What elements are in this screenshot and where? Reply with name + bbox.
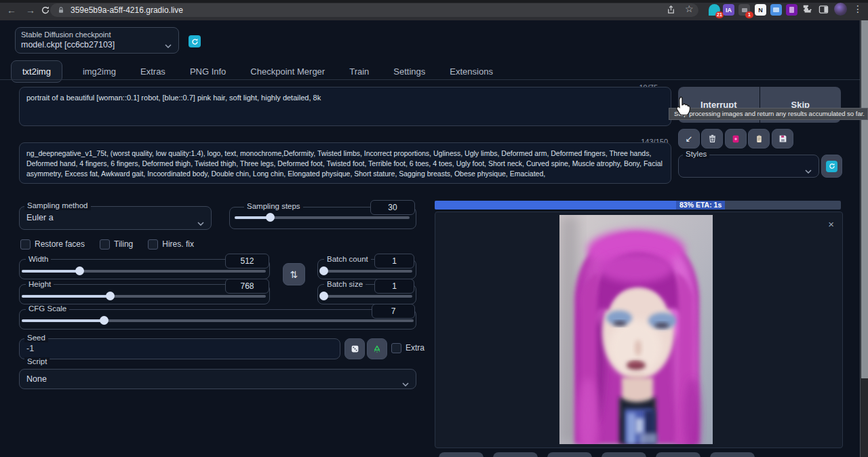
url-text: 359e5b9a-a5ff-4216.gradio.live [71,5,183,15]
extension-image-icon[interactable] [770,4,782,16]
chevron-down-icon [805,164,812,176]
extension-ia-icon[interactable]: IA [723,4,734,16]
seed-input[interactable]: -1 [19,338,340,359]
image-action-button[interactable] [601,452,646,457]
hires-fix-label: Hires. fix [162,239,194,250]
width-label: Width [26,255,51,264]
profile-avatar[interactable] [834,3,847,16]
chevron-down-icon [165,39,172,51]
scrollbar-track[interactable] [860,20,868,457]
reuse-seed-button[interactable] [367,338,387,359]
browser-menu-icon[interactable]: ⋮ [853,3,863,14]
trash-icon [708,134,717,143]
sampling-steps-label: Sampling steps [244,202,303,211]
options-row: Restore faces Tiling Hires. fix [20,239,194,250]
slider-handle[interactable] [319,266,328,275]
dice-icon [351,344,359,353]
slider-handle[interactable] [319,292,328,300]
negative-prompt-input[interactable]: ng_deepnegative_v1_75t, (worst quality, … [19,142,671,184]
swap-arrows-icon: ⇅ [290,269,298,280]
batch-size-slider[interactable] [320,295,412,298]
extension-notion-icon[interactable]: N [755,4,766,16]
script-value: None [26,374,47,384]
save-style-button[interactable] [772,129,793,148]
lock-icon [57,6,65,14]
cfg-scale-input[interactable]: 7 [372,304,415,319]
slider-handle[interactable] [106,292,115,300]
extension-pin-icon[interactable]: 21 [709,4,720,16]
mouse-cursor [674,96,692,121]
seed-extra-option[interactable]: Extra [391,343,425,353]
image-action-button[interactable] [656,452,701,457]
extension-camera-badge: 1 [745,12,753,18]
batch-count-label: Batch count [324,255,371,264]
share-icon[interactable] [666,5,676,18]
apply-styles-button[interactable] [748,129,770,148]
clear-prompt-button[interactable] [701,129,723,148]
script-dropdown[interactable]: None [19,369,416,389]
sampling-steps-slider[interactable] [235,216,410,219]
chevron-down-icon [402,377,409,389]
seed-extra-checkbox[interactable] [391,343,401,353]
image-action-button[interactable] [547,452,592,457]
refresh-icon [826,161,837,172]
image-action-button[interactable] [493,452,538,457]
random-seed-button[interactable] [344,338,365,359]
checkpoint-label: Stable Diffusion checkpoint [21,31,111,39]
tiling-label: Tiling [114,239,133,250]
sidebar-panel-icon[interactable] [818,5,829,17]
batch-size-input[interactable]: 1 [374,279,414,294]
height-input[interactable]: 768 [225,279,269,294]
interrupt-tooltip: Stop processing images and return any re… [669,108,868,120]
extensions-puzzle-icon[interactable] [802,4,813,18]
cfg-scale-label: CFG Scale [26,304,69,313]
tiling-checkbox[interactable] [100,239,110,250]
extra-networks-button[interactable] [725,129,747,148]
image-action-button[interactable] [439,452,484,457]
hires-fix-option[interactable]: Hires. fix [148,239,194,250]
height-slider[interactable] [22,295,266,298]
browser-back-icon[interactable]: ← [5,4,18,16]
restore-faces-option[interactable]: Restore faces [20,239,85,250]
seed-value: -1 [26,344,34,353]
close-icon[interactable]: × [828,219,834,229]
styles-label: Styles [683,150,709,159]
swap-dimensions-button[interactable]: ⇅ [283,263,305,285]
browser-toolbar: ← → 359e5b9a-a5ff-4216.gradio.live ☆ 21 … [0,0,868,20]
slider-handle[interactable] [75,266,84,275]
prompt-input[interactable]: portrait of a beautiful [woman::0.1] rob… [19,87,671,126]
batch-count-input[interactable]: 1 [374,254,414,269]
image-action-button[interactable] [710,452,755,457]
extension-onenote-icon[interactable] [786,4,797,16]
browser-forward-icon[interactable]: → [24,4,37,16]
batch-size-label: Batch size [324,280,366,289]
tiling-option[interactable]: Tiling [100,239,133,250]
sampling-steps-input[interactable]: 30 [370,200,415,215]
scrollbar-thumb[interactable] [861,20,868,378]
progress-label: 83% ETA: 1s [676,201,725,210]
paste-generation-params-button[interactable]: ↙ [678,129,700,148]
restore-faces-checkbox[interactable] [20,239,31,250]
address-bar[interactable]: 359e5b9a-a5ff-4216.gradio.live [50,3,698,17]
refresh-icon [191,38,199,45]
bookmark-star-icon[interactable]: ☆ [685,3,694,14]
hires-fix-checkbox[interactable] [148,239,158,250]
card-icon [731,134,741,144]
checkpoint-dropdown[interactable]: Stable Diffusion checkpoint model.ckpt [… [15,27,179,54]
sampling-method-label: Sampling method [24,201,91,210]
arrow-down-left-icon: ↙ [686,134,693,144]
floppy-disk-icon [778,134,787,143]
checkpoint-value: model.ckpt [cc6cb27103] [21,40,115,49]
slider-handle[interactable] [266,213,275,222]
checkpoint-refresh-button[interactable] [189,35,201,47]
seed-label: Seed [24,334,48,342]
progress-bar: 83% ETA: 1s [435,201,841,210]
height-label: Height [26,280,54,289]
seed-extra-label: Extra [406,343,425,353]
width-input[interactable]: 512 [225,254,269,269]
styles-refresh-button[interactable] [821,155,842,178]
extension-camera-icon[interactable]: 1 [738,4,750,16]
cfg-scale-slider[interactable] [22,319,414,322]
batch-count-slider[interactable] [320,270,412,273]
width-slider[interactable] [22,270,266,273]
